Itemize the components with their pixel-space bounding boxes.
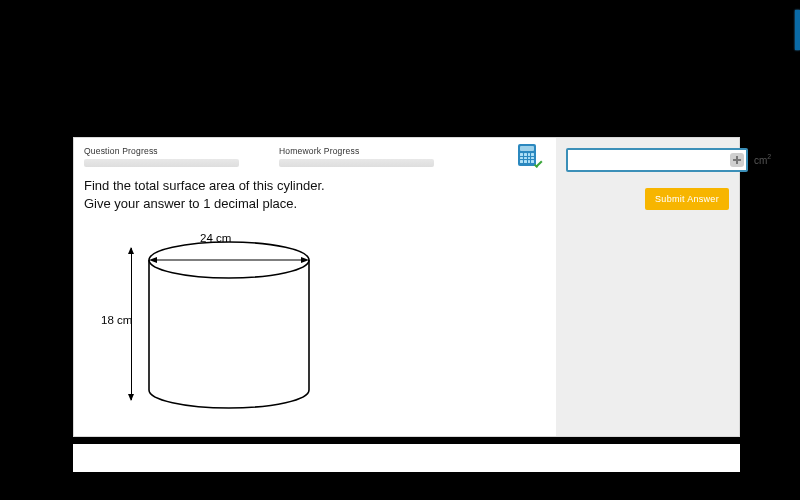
height-label: 18 cm — [101, 314, 132, 326]
worksheet-card: Question Progress Homework Progress Find… — [73, 137, 740, 437]
answer-unit: cm2 — [754, 155, 771, 166]
question-panel: Question Progress Homework Progress Find… — [74, 138, 558, 436]
right-blue-tab — [795, 10, 800, 50]
cylinder-diagram: 24 cm 18 cm — [134, 230, 364, 410]
homework-progress-bar — [279, 159, 434, 167]
right-black-bar — [788, 0, 800, 500]
bottom-white-strip — [73, 444, 740, 472]
submit-answer-button[interactable]: Submit Answer — [645, 188, 729, 210]
unit-exponent: 2 — [767, 153, 771, 160]
question-line-2: Give your answer to 1 decimal place. — [84, 195, 548, 213]
homework-progress: Homework Progress — [279, 146, 434, 167]
letterbox-bottom — [0, 472, 800, 500]
question-progress: Question Progress — [84, 146, 239, 167]
diameter-label: 24 cm — [200, 232, 231, 244]
calculator-screen-icon — [520, 146, 534, 151]
calculator-icon[interactable] — [514, 144, 544, 170]
progress-row: Question Progress Homework Progress — [84, 146, 548, 167]
answer-input[interactable] — [566, 148, 748, 172]
check-icon — [532, 160, 544, 172]
cylinder-svg — [134, 230, 364, 410]
plus-icon[interactable] — [730, 153, 744, 167]
unit-base: cm — [754, 155, 767, 166]
homework-progress-label: Homework Progress — [279, 146, 434, 156]
letterbox-top — [0, 0, 800, 137]
question-progress-bar — [84, 159, 239, 167]
question-text: Find the total surface area of this cyli… — [84, 177, 548, 212]
answer-input-wrap — [566, 148, 748, 172]
answer-row: cm2 — [566, 148, 729, 172]
question-line-1: Find the total surface area of this cyli… — [84, 177, 548, 195]
answer-panel: cm2 Submit Answer — [556, 138, 739, 436]
question-progress-label: Question Progress — [84, 146, 239, 156]
